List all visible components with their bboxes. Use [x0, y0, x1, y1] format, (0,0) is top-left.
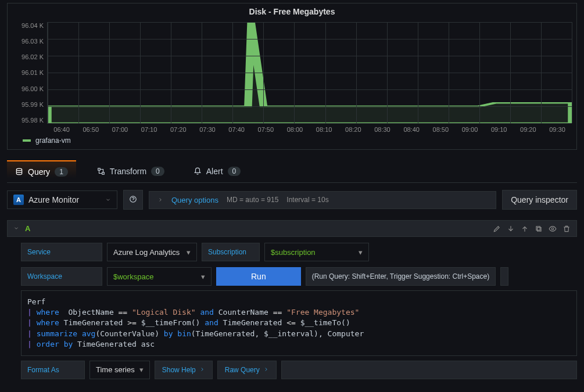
raw-query-button[interactable]: Raw Query [217, 361, 277, 379]
subscription-select[interactable]: $subscription ▾ [264, 243, 369, 261]
transform-icon [97, 167, 105, 175]
collapse-icon[interactable] [13, 224, 19, 233]
y-tick: 96.03 K [12, 38, 44, 45]
svg-rect-1 [98, 168, 101, 171]
workspace-run-row: Workspace $workspace ▾ Run (Run Query: S… [21, 267, 577, 286]
workspace-value: $workspace [113, 272, 153, 281]
chevron-right-icon [199, 366, 205, 374]
query-options-md: MD = auto = 915 [227, 196, 278, 204]
svg-rect-2 [102, 172, 105, 175]
tab-alert-count: 0 [228, 167, 241, 176]
x-tick: 08:20 [339, 126, 368, 133]
svg-point-4 [133, 200, 134, 201]
x-tick: 07:30 [193, 126, 222, 133]
azure-monitor-logo: A [13, 195, 24, 205]
datasource-name: Azure Monitor [28, 195, 79, 204]
tab-alert-label: Alert [206, 167, 223, 176]
query-options-bar[interactable]: Query options MD = auto = 915 Interval =… [149, 191, 496, 209]
raw-query-label: Raw Query [225, 366, 260, 374]
tab-transform-count: 0 [151, 167, 164, 176]
toggle-visibility-button[interactable] [549, 225, 557, 233]
chevron-right-icon [263, 366, 269, 374]
duplicate-button[interactable] [535, 225, 543, 233]
format-as-label: Format As [21, 361, 85, 379]
service-subscription-row: Service Azure Log Analytics ▾ Subscripti… [21, 243, 577, 261]
chart-title: Disk - Free Megabytes [12, 7, 572, 16]
chart-legend[interactable]: grafana-vm [23, 136, 572, 145]
query-row-header[interactable]: A [7, 220, 577, 237]
x-tick: 09:20 [514, 126, 543, 133]
query-ref-id: A [25, 224, 30, 233]
x-tick: 06:50 [76, 126, 105, 133]
y-tick: 95.99 K [12, 101, 44, 108]
svg-point-0 [16, 168, 22, 171]
kql-editor[interactable]: Perf | where ObjectName == "Logical Disk… [21, 290, 577, 356]
x-tick: 08:10 [310, 126, 339, 133]
y-tick: 95.98 K [12, 117, 44, 124]
legend-swatch [23, 139, 31, 142]
run-query-button[interactable]: Run [216, 267, 301, 286]
format-as-select[interactable]: Time series ▾ [89, 361, 150, 379]
x-tick: 07:20 [164, 126, 193, 133]
chevron-right-icon [157, 196, 163, 204]
editor-tabs: Query 1 Transform 0 Alert 0 [7, 160, 577, 183]
edit-query-button[interactable] [493, 225, 501, 233]
svg-point-7 [551, 228, 554, 230]
tab-transform-label: Transform [110, 167, 146, 176]
legend-series-name: grafana-vm [35, 136, 71, 145]
svg-rect-5 [538, 227, 541, 231]
delete-query-button[interactable] [562, 225, 571, 233]
y-tick: 96.00 K [12, 85, 44, 92]
x-tick: 09:30 [543, 126, 572, 133]
tab-alert[interactable]: Alert 0 [185, 160, 249, 182]
move-down-button[interactable] [507, 225, 515, 233]
query-options-interval: Interval = 10s [286, 196, 328, 204]
chart-area[interactable]: 96.04 K96.03 K96.02 K96.01 K96.00 K95.99… [12, 22, 572, 124]
caret-down-icon: ▾ [139, 365, 144, 374]
subscription-label: Subscription [202, 243, 260, 261]
query-options-label: Query options [171, 196, 218, 204]
datasource-row: A Azure Monitor Query options MD = auto … [7, 190, 577, 210]
x-tick: 07:10 [135, 126, 164, 133]
y-tick: 96.02 K [12, 53, 44, 60]
format-as-value: Time series [96, 365, 135, 374]
service-label: Service [21, 243, 102, 261]
x-tick: 07:50 [251, 126, 280, 133]
y-tick: 96.04 K [12, 22, 44, 29]
format-row: Format As Time series ▾ Show Help Raw Qu… [21, 361, 577, 379]
caret-down-icon: ▾ [359, 248, 363, 257]
datasource-picker[interactable]: A Azure Monitor [7, 190, 117, 209]
question-icon [129, 195, 137, 205]
chart-plot[interactable] [47, 22, 572, 124]
bell-icon [194, 167, 202, 175]
workspace-select[interactable]: $workspace ▾ [107, 267, 212, 286]
datasource-help-button[interactable] [123, 190, 143, 210]
subscription-value: $subscription [271, 248, 316, 257]
x-tick: 06:40 [47, 126, 76, 133]
show-help-button[interactable]: Show Help [155, 361, 213, 379]
run-shortcut-hint: (Run Query: Shift+Enter, Trigger Suggest… [306, 267, 496, 286]
x-tick: 09:00 [455, 126, 484, 133]
caret-down-icon: ▾ [187, 248, 191, 257]
y-tick: 96.01 K [12, 69, 44, 76]
x-tick: 07:00 [105, 126, 134, 133]
row-filler [281, 361, 577, 379]
service-select[interactable]: Azure Log Analytics ▾ [107, 243, 197, 261]
x-tick: 08:00 [280, 126, 309, 133]
query-row-actions [493, 225, 571, 233]
chart-x-axis: 06:4006:5007:0007:1007:2007:3007:4007:50… [47, 126, 572, 133]
chart-y-axis: 96.04 K96.03 K96.02 K96.01 K96.00 K95.99… [12, 22, 47, 124]
service-value: Azure Log Analytics [113, 248, 180, 257]
tab-transform[interactable]: Transform 0 [89, 160, 173, 182]
tab-query-label: Query [28, 167, 50, 177]
x-tick: 08:40 [397, 126, 426, 133]
caret-down-icon: ▾ [201, 272, 205, 281]
x-tick: 08:30 [368, 126, 397, 133]
query-inspector-button[interactable]: Query inspector [502, 190, 577, 210]
move-up-button[interactable] [521, 225, 529, 233]
x-tick: 07:40 [222, 126, 251, 133]
x-tick: 08:50 [426, 126, 455, 133]
database-icon [15, 168, 23, 176]
tab-query[interactable]: Query 1 [7, 160, 76, 182]
chart-panel: Disk - Free Megabytes 96.04 K96.03 K96.0… [7, 3, 577, 150]
